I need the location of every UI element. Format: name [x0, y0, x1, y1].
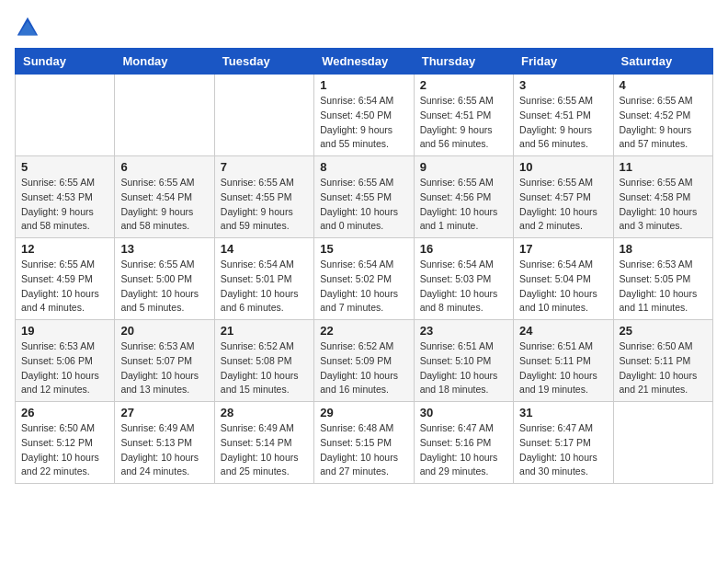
day-number: 31 — [519, 406, 607, 419]
day-info: Sunrise: 6:50 AMSunset: 5:12 PMDaylight:… — [21, 421, 108, 479]
day-header-sunday: Sunday — [16, 49, 115, 75]
day-number: 17 — [519, 242, 607, 256]
calendar-cell: 30Sunrise: 6:47 AMSunset: 5:16 PMDayligh… — [414, 402, 513, 484]
calendar-cell: 9Sunrise: 6:55 AMSunset: 4:56 PMDaylight… — [414, 156, 513, 238]
calendar-cell: 21Sunrise: 6:52 AMSunset: 5:08 PMDayligh… — [214, 320, 313, 402]
day-number: 26 — [21, 406, 108, 419]
day-info: Sunrise: 6:48 AMSunset: 5:15 PMDaylight:… — [320, 421, 407, 479]
day-number: 14 — [221, 242, 308, 256]
calendar-cell: 16Sunrise: 6:54 AMSunset: 5:03 PMDayligh… — [414, 238, 513, 320]
day-info: Sunrise: 6:55 AMSunset: 5:00 PMDaylight:… — [120, 258, 208, 316]
calendar-cell: 1Sunrise: 6:54 AMSunset: 4:50 PMDaylight… — [314, 75, 414, 156]
calendar-cell: 4Sunrise: 6:55 AMSunset: 4:52 PMDaylight… — [613, 75, 712, 156]
calendar-cell: 29Sunrise: 6:48 AMSunset: 5:15 PMDayligh… — [314, 402, 414, 484]
day-number: 19 — [21, 324, 108, 338]
calendar-cell: 17Sunrise: 6:54 AMSunset: 5:04 PMDayligh… — [514, 238, 613, 320]
day-info: Sunrise: 6:47 AMSunset: 5:16 PMDaylight:… — [420, 421, 507, 479]
calendar-cell: 31Sunrise: 6:47 AMSunset: 5:17 PMDayligh… — [514, 402, 613, 484]
day-info: Sunrise: 6:54 AMSunset: 5:02 PMDaylight:… — [320, 258, 407, 316]
day-number: 3 — [519, 78, 607, 92]
calendar-body: 1Sunrise: 6:54 AMSunset: 4:50 PMDaylight… — [16, 75, 713, 484]
day-number: 5 — [21, 160, 108, 174]
day-info: Sunrise: 6:54 AMSunset: 5:04 PMDaylight:… — [519, 258, 607, 316]
calendar-cell — [115, 75, 214, 156]
day-number: 28 — [221, 406, 308, 419]
day-number: 16 — [420, 242, 507, 256]
calendar-cell: 24Sunrise: 6:51 AMSunset: 5:11 PMDayligh… — [514, 320, 613, 402]
calendar-cell: 8Sunrise: 6:55 AMSunset: 4:55 PMDaylight… — [314, 156, 414, 238]
day-info: Sunrise: 6:54 AMSunset: 5:01 PMDaylight:… — [221, 258, 308, 316]
calendar-cell: 3Sunrise: 6:55 AMSunset: 4:51 PMDaylight… — [514, 75, 613, 156]
day-number: 12 — [21, 242, 108, 256]
day-number: 10 — [519, 160, 607, 174]
day-info: Sunrise: 6:55 AMSunset: 4:56 PMDaylight:… — [420, 176, 507, 234]
calendar-cell: 12Sunrise: 6:55 AMSunset: 4:59 PMDayligh… — [16, 238, 115, 320]
calendar-cell: 2Sunrise: 6:55 AMSunset: 4:51 PMDaylight… — [414, 75, 513, 156]
calendar-cell: 28Sunrise: 6:49 AMSunset: 5:14 PMDayligh… — [214, 402, 313, 484]
day-info: Sunrise: 6:53 AMSunset: 5:05 PMDaylight:… — [620, 258, 707, 316]
calendar-cell: 27Sunrise: 6:49 AMSunset: 5:13 PMDayligh… — [115, 402, 214, 484]
day-number: 21 — [221, 324, 308, 338]
svg-marker-1 — [18, 21, 37, 35]
day-header-thursday: Thursday — [414, 49, 513, 75]
day-number: 1 — [320, 78, 407, 92]
day-info: Sunrise: 6:55 AMSunset: 4:55 PMDaylight:… — [221, 176, 308, 234]
calendar-cell: 7Sunrise: 6:55 AMSunset: 4:55 PMDaylight… — [214, 156, 313, 238]
day-header-tuesday: Tuesday — [214, 49, 313, 75]
day-info: Sunrise: 6:55 AMSunset: 4:51 PMDaylight:… — [519, 94, 607, 152]
day-header-wednesday: Wednesday — [314, 49, 414, 75]
calendar-cell: 25Sunrise: 6:50 AMSunset: 5:11 PMDayligh… — [613, 320, 712, 402]
day-info: Sunrise: 6:49 AMSunset: 5:13 PMDaylight:… — [120, 421, 208, 479]
day-info: Sunrise: 6:51 AMSunset: 5:11 PMDaylight:… — [519, 339, 607, 397]
day-info: Sunrise: 6:49 AMSunset: 5:14 PMDaylight:… — [221, 421, 308, 479]
calendar-cell: 26Sunrise: 6:50 AMSunset: 5:12 PMDayligh… — [16, 402, 115, 484]
calendar-cell: 14Sunrise: 6:54 AMSunset: 5:01 PMDayligh… — [214, 238, 313, 320]
day-info: Sunrise: 6:55 AMSunset: 4:52 PMDaylight:… — [620, 94, 707, 152]
day-info: Sunrise: 6:55 AMSunset: 4:55 PMDaylight:… — [320, 176, 407, 234]
calendar-cell: 18Sunrise: 6:53 AMSunset: 5:05 PMDayligh… — [613, 238, 712, 320]
day-number: 2 — [420, 78, 507, 92]
day-info: Sunrise: 6:55 AMSunset: 4:54 PMDaylight:… — [120, 176, 208, 234]
calendar-cell: 19Sunrise: 6:53 AMSunset: 5:06 PMDayligh… — [16, 320, 115, 402]
day-info: Sunrise: 6:50 AMSunset: 5:11 PMDaylight:… — [620, 339, 707, 397]
calendar-cell: 23Sunrise: 6:51 AMSunset: 5:10 PMDayligh… — [414, 320, 513, 402]
calendar-cell: 11Sunrise: 6:55 AMSunset: 4:58 PMDayligh… — [613, 156, 712, 238]
page-header — [15, 15, 713, 40]
day-info: Sunrise: 6:54 AMSunset: 5:03 PMDaylight:… — [420, 258, 507, 316]
day-info: Sunrise: 6:55 AMSunset: 4:58 PMDaylight:… — [620, 176, 707, 234]
calendar-cell — [613, 402, 712, 484]
day-number: 8 — [320, 160, 407, 174]
calendar-cell — [16, 75, 115, 156]
day-number: 23 — [420, 324, 507, 338]
day-number: 25 — [620, 324, 707, 338]
day-number: 9 — [420, 160, 507, 174]
day-info: Sunrise: 6:51 AMSunset: 5:10 PMDaylight:… — [420, 339, 507, 397]
calendar-cell: 13Sunrise: 6:55 AMSunset: 5:00 PMDayligh… — [115, 238, 214, 320]
day-number: 13 — [120, 242, 208, 256]
calendar-cell: 6Sunrise: 6:55 AMSunset: 4:54 PMDaylight… — [115, 156, 214, 238]
day-number: 24 — [519, 324, 607, 338]
day-number: 7 — [221, 160, 308, 174]
calendar-cell: 10Sunrise: 6:55 AMSunset: 4:57 PMDayligh… — [514, 156, 613, 238]
day-number: 18 — [620, 242, 707, 256]
day-info: Sunrise: 6:47 AMSunset: 5:17 PMDaylight:… — [519, 421, 607, 479]
day-info: Sunrise: 6:55 AMSunset: 4:57 PMDaylight:… — [519, 176, 607, 234]
day-info: Sunrise: 6:54 AMSunset: 4:50 PMDaylight:… — [320, 94, 407, 152]
day-header-monday: Monday — [115, 49, 214, 75]
day-number: 20 — [120, 324, 208, 338]
logo — [15, 15, 44, 40]
calendar-cell — [214, 75, 313, 156]
calendar-cell: 22Sunrise: 6:52 AMSunset: 5:09 PMDayligh… — [314, 320, 414, 402]
day-number: 4 — [620, 78, 707, 92]
calendar-cell: 5Sunrise: 6:55 AMSunset: 4:53 PMDaylight… — [16, 156, 115, 238]
day-info: Sunrise: 6:53 AMSunset: 5:07 PMDaylight:… — [120, 339, 208, 397]
day-info: Sunrise: 6:52 AMSunset: 5:09 PMDaylight:… — [320, 339, 407, 397]
day-number: 11 — [620, 160, 707, 174]
day-header-friday: Friday — [514, 49, 613, 75]
calendar-cell: 20Sunrise: 6:53 AMSunset: 5:07 PMDayligh… — [115, 320, 214, 402]
calendar-header: SundayMondayTuesdayWednesdayThursdayFrid… — [16, 49, 713, 75]
calendar-cell: 15Sunrise: 6:54 AMSunset: 5:02 PMDayligh… — [314, 238, 414, 320]
day-info: Sunrise: 6:55 AMSunset: 4:53 PMDaylight:… — [21, 176, 108, 234]
day-info: Sunrise: 6:52 AMSunset: 5:08 PMDaylight:… — [221, 339, 308, 397]
day-number: 6 — [120, 160, 208, 174]
